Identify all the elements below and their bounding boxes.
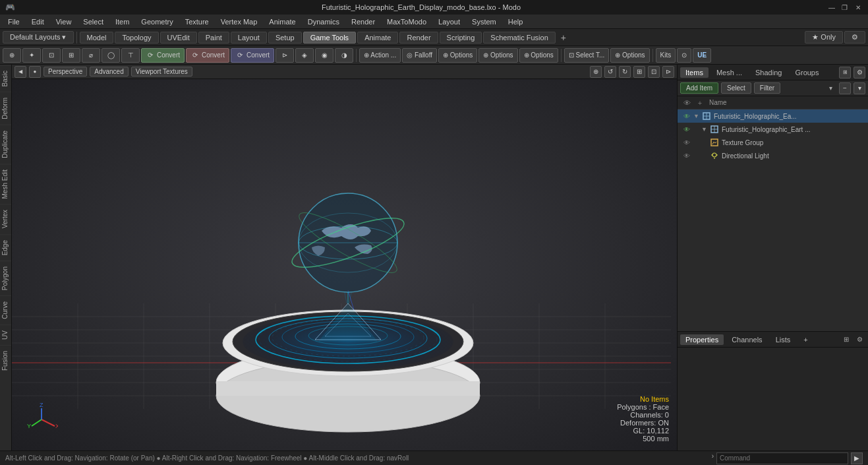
- tab-shading[interactable]: Shading: [750, 67, 787, 78]
- tool-box[interactable]: ⊡: [42, 48, 61, 63]
- viewport-nav-icon[interactable]: ⊕: [590, 66, 602, 78]
- sidebar-tab-basic[interactable]: Basic: [0, 65, 11, 92]
- tab-plus[interactable]: +: [798, 334, 813, 345]
- tab-model[interactable]: Model: [80, 32, 114, 44]
- list-item-0[interactable]: 👁 ▼ Futuristic_Holographic_Ea...: [678, 109, 868, 123]
- tool-grid[interactable]: ⊞: [62, 48, 80, 63]
- sidebar-tab-vertex[interactable]: Vertex: [0, 204, 11, 233]
- circle2-button[interactable]: ⊙: [677, 48, 691, 63]
- tab-paint[interactable]: Paint: [198, 32, 229, 44]
- run-command-button[interactable]: ▶: [851, 452, 863, 464]
- sidebar-tab-mesh-edit[interactable]: Mesh Edit: [0, 164, 11, 204]
- filter-dropdown-btn[interactable]: ▾: [825, 83, 836, 93]
- viewport-more-icon[interactable]: ⊳: [662, 66, 674, 78]
- viewport-dot-btn[interactable]: ●: [29, 66, 41, 78]
- menu-system[interactable]: System: [467, 16, 502, 27]
- tab-mesh[interactable]: Mesh ...: [711, 67, 747, 78]
- options-button-3[interactable]: ⊕ Options: [519, 48, 558, 63]
- tab-schematic-fusion[interactable]: Schematic Fusion: [483, 32, 555, 44]
- items-expand-icon[interactable]: ⊞: [839, 67, 851, 78]
- menu-render[interactable]: Render: [346, 16, 380, 27]
- tool-sphere[interactable]: ◯: [101, 48, 120, 63]
- tool-star[interactable]: ✦: [22, 48, 41, 63]
- item-1-arrow[interactable]: ▼: [701, 126, 709, 133]
- add-tab-button[interactable]: +: [557, 31, 570, 44]
- select-button[interactable]: Select: [721, 82, 751, 94]
- tab-animate[interactable]: Animate: [357, 32, 398, 44]
- convert-button-2[interactable]: ⟳ Convert: [186, 48, 229, 63]
- tab-setup[interactable]: Setup: [268, 32, 302, 44]
- menu-geometry[interactable]: Geometry: [136, 16, 178, 27]
- menu-help[interactable]: Help: [503, 16, 529, 27]
- viewport-textures-btn[interactable]: Viewport Textures: [131, 67, 192, 77]
- menu-edit[interactable]: Edit: [26, 16, 49, 27]
- tool-diamond[interactable]: ◈: [295, 48, 314, 63]
- items-chevron-btn[interactable]: ▾: [854, 82, 865, 94]
- kits-button[interactable]: Kits: [656, 48, 676, 63]
- tab-channels[interactable]: Channels: [726, 334, 767, 345]
- tool-target[interactable]: ◉: [315, 48, 333, 63]
- viewport-canvas[interactable]: No Items Polygons : Face Channels: 0 Def…: [12, 79, 677, 450]
- viewport-collapse-btn[interactable]: ◀: [14, 66, 26, 78]
- default-layouts-button[interactable]: Default Layouts ▾: [3, 31, 74, 44]
- item-2-eye[interactable]: 👁: [680, 139, 693, 146]
- tab-scripting[interactable]: Scripting: [440, 32, 482, 44]
- star-only-button[interactable]: ★ Only: [805, 31, 843, 44]
- tool-circle[interactable]: ⌀: [82, 48, 100, 63]
- tool-add[interactable]: ⊕: [3, 48, 21, 63]
- close-button[interactable]: ✕: [854, 3, 863, 12]
- tab-render[interactable]: Render: [399, 32, 438, 44]
- sidebar-tab-curve[interactable]: Curve: [0, 295, 11, 325]
- minimize-button[interactable]: —: [827, 3, 836, 12]
- item-0-arrow[interactable]: ▼: [693, 113, 701, 119]
- menu-dynamics[interactable]: Dynamics: [303, 16, 345, 27]
- menu-animate[interactable]: Animate: [264, 16, 301, 27]
- menu-file[interactable]: File: [3, 16, 25, 27]
- settings-button[interactable]: ⚙: [844, 31, 865, 44]
- tab-items[interactable]: Items: [680, 67, 709, 78]
- tab-uvedit[interactable]: UVEdit: [160, 32, 197, 44]
- convert-button-3[interactable]: ⟳ Convert: [231, 48, 274, 63]
- viewport-fit-icon[interactable]: ⊡: [648, 66, 660, 78]
- ue-button[interactable]: UE: [693, 48, 711, 63]
- sidebar-tab-deform[interactable]: Deform: [0, 92, 11, 125]
- sidebar-tab-duplicate[interactable]: Duplicate: [0, 125, 11, 164]
- maximize-button[interactable]: ❐: [840, 3, 850, 12]
- item-1-eye[interactable]: 👁: [680, 126, 693, 133]
- options-button-2[interactable]: ⊕ Options: [478, 48, 517, 63]
- tab-groups[interactable]: Groups: [790, 67, 824, 78]
- sidebar-tab-polygon[interactable]: Polygon: [0, 261, 11, 295]
- add-item-button[interactable]: Add Item: [680, 82, 718, 94]
- menu-item[interactable]: Item: [110, 16, 134, 27]
- prop-settings-icon[interactable]: ⚙: [854, 334, 865, 346]
- menu-vertex-map[interactable]: Vertex Map: [216, 16, 263, 27]
- tool-half[interactable]: ◑: [335, 48, 353, 63]
- select-t-button[interactable]: ⊡ Select T...: [564, 48, 610, 63]
- menu-view[interactable]: View: [51, 16, 77, 27]
- tool-top[interactable]: ⊤: [121, 48, 140, 63]
- viewport-maximize-icon[interactable]: ⊞: [633, 66, 645, 78]
- filter-button[interactable]: Filter: [754, 82, 780, 94]
- viewport-shading-btn[interactable]: Advanced: [90, 67, 128, 77]
- tab-layout[interactable]: Layout: [231, 32, 267, 44]
- viewport-redo-icon[interactable]: ↻: [619, 66, 631, 78]
- list-item-3[interactable]: 👁 Directional Light: [678, 149, 868, 162]
- tab-properties[interactable]: Properties: [680, 334, 724, 345]
- viewport[interactable]: ◀ ● Perspective Advanced Viewport Textur…: [12, 65, 677, 450]
- list-item-2[interactable]: 👁 Texture Group: [678, 136, 868, 149]
- falloff-button[interactable]: ◎ Falloff: [402, 48, 437, 63]
- list-item-1[interactable]: 👁 ▼ Futuristic_Holographic_Eart ...: [678, 123, 868, 136]
- menu-select[interactable]: Select: [78, 16, 109, 27]
- action-button[interactable]: ⊕ Action ...: [359, 48, 401, 63]
- sidebar-tab-fusion[interactable]: Fusion: [0, 345, 11, 376]
- tab-lists[interactable]: Lists: [770, 334, 796, 345]
- sidebar-tab-uv[interactable]: UV: [0, 325, 11, 345]
- command-input[interactable]: [716, 452, 848, 464]
- tool-play[interactable]: ⊳: [275, 48, 294, 63]
- convert-button-1[interactable]: ⟳ Convert: [141, 48, 185, 63]
- sidebar-tab-edge[interactable]: Edge: [0, 234, 11, 261]
- prop-expand-icon[interactable]: ⊞: [840, 334, 852, 346]
- tab-game-tools[interactable]: Game Tools: [303, 32, 357, 44]
- menu-texture[interactable]: Texture: [180, 16, 214, 27]
- viewport-undo-icon[interactable]: ↺: [604, 66, 616, 78]
